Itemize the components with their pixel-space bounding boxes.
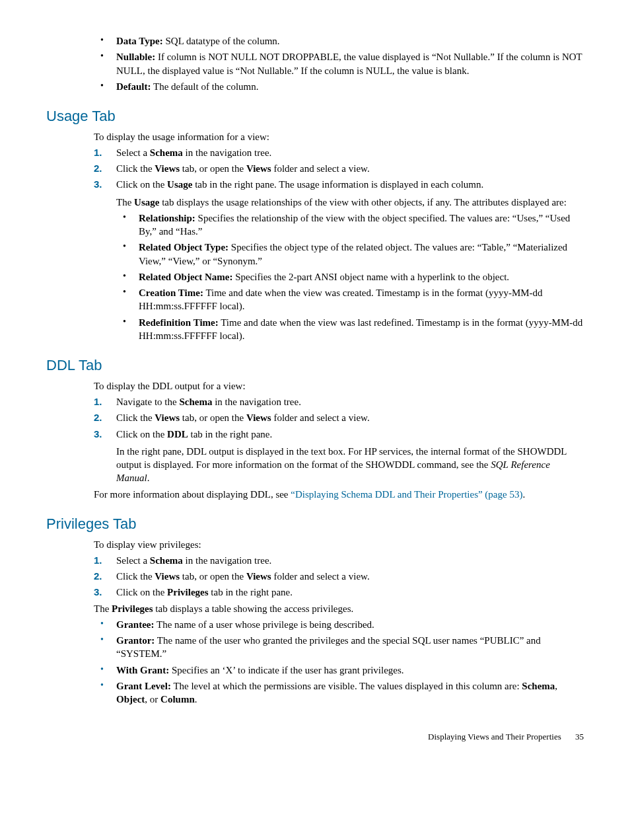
step-item: Select a Schema in the navigation tree. [94,146,584,159]
usage-step3-paragraph: The Usage tab displays the usage relatio… [116,196,584,209]
ddl-after-paragraph: For more information about displaying DD… [94,488,584,501]
displaying-schema-ddl-link[interactable]: “Displaying Schema DDL and Their Propert… [291,489,522,500]
privileges-intro: To display view privileges: [94,538,584,551]
list-item: Grant Level: The level at which the perm… [94,679,584,706]
footer-title: Displaying Views and Their Properties [428,732,561,742]
ddl-intro: To display the DDL output for a view: [94,379,584,393]
top-bullets-list: Data Type: SQL datatype of the column. N… [94,34,584,93]
list-item: With Grant: Specifies an ‘X’ to indicate… [94,664,584,677]
term: Nullable: [116,52,155,62]
usage-body: To display the usage information for a v… [94,130,584,343]
step-item: Click the Views tab, or open the Views f… [94,411,584,424]
usage-intro: To display the usage information for a v… [94,130,584,143]
desc: The default of the column. [151,81,259,92]
privileges-steps: Select a Schema in the navigation tree. … [94,554,584,599]
ddl-tab-heading: DDL Tab [46,356,584,375]
usage-attrs-list: Relationship: Specifies the relationship… [116,211,584,342]
step-item: Click the Views tab, or open the Views f… [94,162,584,175]
usage-tab-heading: Usage Tab [46,106,584,126]
list-item: Grantee: The name of a user whose privil… [94,618,584,631]
list-item: Grantor: The name of the user who grante… [94,634,584,661]
privileges-body: To display view privileges: Select a Sch… [94,538,584,706]
step-item: Click on the Usage tab in the right pane… [94,178,584,342]
list-item: Nullable: If column is NOT NULL NOT DROP… [94,50,584,77]
list-item: Default: The default of the column. [94,80,584,93]
top-bullets-block: Data Type: SQL datatype of the column. N… [94,34,584,93]
step-item: Select a Schema in the navigation tree. [94,554,584,567]
ddl-steps: Navigate to the Schema in the navigation… [94,395,584,485]
list-item: Related Object Name: Specifies the 2-par… [116,270,584,284]
step-item: Click the Views tab, or open the Views f… [94,570,584,583]
list-item: Data Type: SQL datatype of the column. [94,34,584,48]
ddl-step3-paragraph: In the right pane, DDL output is display… [116,445,584,485]
desc: SQL datatype of the column. [163,36,280,46]
page-number: 35 [575,732,584,742]
term: Default: [116,81,151,92]
list-item: Redefinition Time: Time and date when th… [116,316,584,343]
list-item: Related Object Type: Specifies the objec… [116,241,584,268]
page-footer: Displaying Views and Their Properties 35 [46,731,584,743]
privileges-after-paragraph: The Privileges tab displays a table show… [94,602,584,615]
privileges-attrs-list: Grantee: The name of a user whose privil… [94,618,584,706]
list-item: Relationship: Specifies the relationship… [116,211,584,239]
term: Data Type: [116,36,163,46]
list-item: Creation Time: Time and date when the vi… [116,286,584,313]
step-item: Click on the DDL tab in the right pane. … [94,428,584,485]
privileges-tab-heading: Privileges Tab [46,514,584,534]
desc: If column is NOT NULL NOT DROPPABLE, the… [116,52,582,75]
ddl-body: To display the DDL output for a view: Na… [94,379,584,501]
step-item: Click on the Privileges tab in the right… [94,586,584,599]
usage-steps: Select a Schema in the navigation tree. … [94,146,584,342]
step-item: Navigate to the Schema in the navigation… [94,395,584,408]
